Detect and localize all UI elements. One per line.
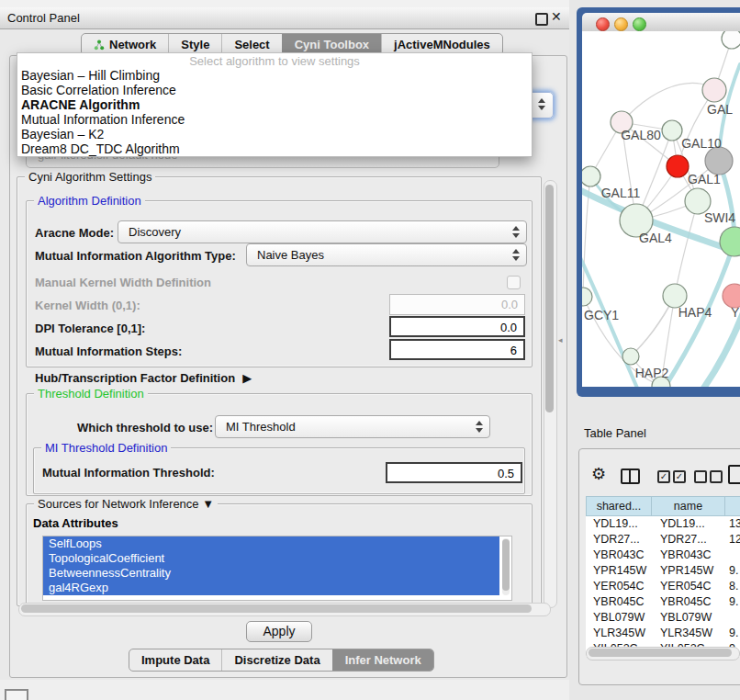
node-label: SWI4 [704, 210, 735, 225]
deselect-all-icon[interactable] [694, 470, 723, 483]
node-label: GAL80 [621, 128, 661, 142]
table-panel-title: Table Panel [584, 426, 646, 440]
algorithm-option[interactable]: Bayesian – K2 [17, 127, 532, 141]
kernel-width-field[interactable]: 0.0 [389, 294, 525, 315]
table-cell: YER054C [586, 579, 651, 594]
float-window-icon[interactable] [535, 13, 548, 26]
table-cell: YER054C [651, 579, 724, 594]
tab-impute-data[interactable]: Impute Data [129, 649, 221, 671]
table-row[interactable]: YBR045CYBR045C9. [586, 594, 740, 610]
mi-algorithm-type-label: Mutual Information Algorithm Type: [35, 249, 236, 263]
kernel-width-label: Kernel Width (0,1): [35, 299, 140, 312]
algorithm-dropdown-items: Bayesian – Hill ClimbingBasic Correlatio… [17, 68, 532, 156]
table-cell: YBR045C [586, 594, 651, 610]
cyni-bottom-tabs: Impute DataDiscretize DataInfer Network [129, 649, 434, 672]
network-node-gal11[interactable] [582, 166, 600, 186]
node-attribute-table: shared...nameA YDL19...YDL19...13YDR27..… [586, 496, 740, 657]
close-icon[interactable]: ✕ [551, 9, 562, 24]
attribute-item[interactable]: SelfLoops [43, 536, 499, 551]
column-browser-icon[interactable] [621, 469, 640, 484]
network-node-hap2[interactable] [622, 348, 639, 365]
gear-icon[interactable]: ⚙ [591, 464, 606, 484]
panel-collapse-icon[interactable]: ◂ [558, 335, 563, 344]
mi-threshold-field[interactable]: 0.5 [386, 462, 522, 483]
table-cell [724, 610, 740, 626]
apply-button[interactable]: Apply [246, 621, 312, 642]
network-window-titlebar[interactable] [582, 13, 740, 32]
which-threshold-label: Which threshold to use: [77, 421, 213, 435]
data-attributes-list: SelfLoopsTopologicalCoefficientBetweenne… [42, 536, 512, 601]
table-row[interactable]: YER054CYER054C8. [586, 579, 740, 594]
table-cell: 8. [724, 579, 740, 594]
mi-algorithm-type-value: Naive Bayes [257, 244, 324, 265]
node-label: GAL11 [601, 186, 641, 200]
table-cell: YBR045C [651, 594, 724, 610]
network-canvas[interactable]: GALGAL80GAL10GAL1GAL11SWI4GAL4GCY1HAP4YH… [582, 31, 740, 387]
network-node-gal[interactable] [702, 78, 726, 102]
table-row[interactable]: YPR145WYPR145W9. [586, 563, 740, 579]
cyni-settings-legend: Cyni Algorithm Settings [25, 170, 155, 184]
algorithm-definition-legend: Algorithm Definition [34, 194, 145, 208]
column-header[interactable]: A [725, 497, 740, 515]
table-row[interactable]: YBL079WYBL079W [586, 610, 740, 626]
select-all-icon[interactable]: ✓ ✓ [657, 470, 686, 483]
tab-label: jActiveMNodules [394, 38, 490, 51]
attributes-scrollbar[interactable] [502, 538, 510, 595]
combo-stepper-icon [512, 249, 520, 261]
table-horizontal-scrollbar[interactable] [586, 647, 740, 660]
combo-stepper-icon [476, 421, 483, 433]
file-icon[interactable] [728, 465, 740, 484]
minimized-panel-icon[interactable] [5, 689, 28, 700]
algorithm-option[interactable]: Mutual Information Inference [17, 112, 532, 127]
table-cell: YBL079W [586, 610, 651, 626]
network-node[interactable] [705, 147, 733, 175]
mi-algorithm-type-combobox[interactable]: Naive Bayes [246, 243, 527, 266]
network-node-gal10[interactable] [662, 120, 682, 141]
dpi-tolerance-field[interactable]: 0.0 [389, 316, 525, 337]
zoom-traffic-light-icon[interactable] [633, 17, 646, 31]
algorithm-option[interactable]: Basic Correlation Inference [17, 83, 532, 97]
network-node-gcy1[interactable] [582, 288, 592, 306]
table-cell: 13 [724, 516, 740, 532]
algorithm-option[interactable]: Dream8 DC_TDC Algorithm [17, 141, 532, 156]
table-row[interactable]: YBR043CYBR043C [586, 548, 740, 563]
settings-vertical-scrollbar[interactable] [544, 180, 557, 608]
table-cell: YPR145W [586, 563, 651, 579]
threshold-definition-legend: Threshold Definition [34, 387, 148, 401]
tab-discretize-data[interactable]: Discretize Data [221, 649, 331, 671]
table-row[interactable]: YDR27...YDR27...12 [586, 532, 740, 548]
table-cell [724, 548, 740, 563]
aracne-mode-combobox[interactable]: Discovery [118, 220, 527, 243]
network-node-swi4[interactable] [720, 227, 740, 256]
attribute-item[interactable]: gal4RGexp [43, 581, 499, 595]
hub-definition-label: Hub/Transcription Factor Definition [35, 371, 235, 385]
column-header[interactable]: shared... [587, 497, 652, 515]
network-node[interactable] [722, 31, 740, 49]
checked-box-icon: ✓ [673, 470, 686, 483]
attribute-item[interactable]: BetweennessCentrality [43, 566, 499, 581]
mi-steps-field[interactable]: 6 [389, 339, 525, 360]
node-label: HAP2 [635, 366, 669, 380]
aracne-mode-value: Discovery [129, 221, 181, 243]
table-cell: 9. [724, 626, 740, 641]
control-panel-title: Control Panel [7, 11, 80, 25]
network-node[interactable] [667, 155, 689, 177]
node-label: GAL10 [681, 136, 722, 151]
attribute-item[interactable]: TopologicalCoefficient [43, 551, 499, 566]
hub-definition-expander[interactable]: Hub/Transcription Factor Definition▶ [35, 371, 252, 385]
table-cell: YDR27... [651, 532, 724, 548]
node-label: GAL [707, 102, 733, 117]
settings-horizontal-scrollbar[interactable] [18, 603, 551, 616]
column-header[interactable]: name [652, 497, 725, 515]
sources-legend[interactable]: Sources for Network Inference ▼ [34, 497, 218, 511]
algorithm-option[interactable]: Bayesian – Hill Climbing [17, 68, 532, 83]
which-threshold-combobox[interactable]: MI Threshold [215, 415, 490, 438]
table-row[interactable]: YDL19...YDL19...13 [586, 516, 740, 532]
algorithm-option[interactable]: ARACNE Algorithm [17, 97, 532, 112]
table-row[interactable]: YLR345WYLR345W9. [586, 626, 740, 641]
minimize-traffic-light-icon[interactable] [614, 17, 628, 31]
node-label: GAL4 [639, 231, 672, 245]
manual-kernel-width-checkbox[interactable] [507, 276, 521, 289]
tab-infer-network[interactable]: Infer Network [332, 649, 433, 671]
close-traffic-light-icon[interactable] [596, 17, 610, 31]
